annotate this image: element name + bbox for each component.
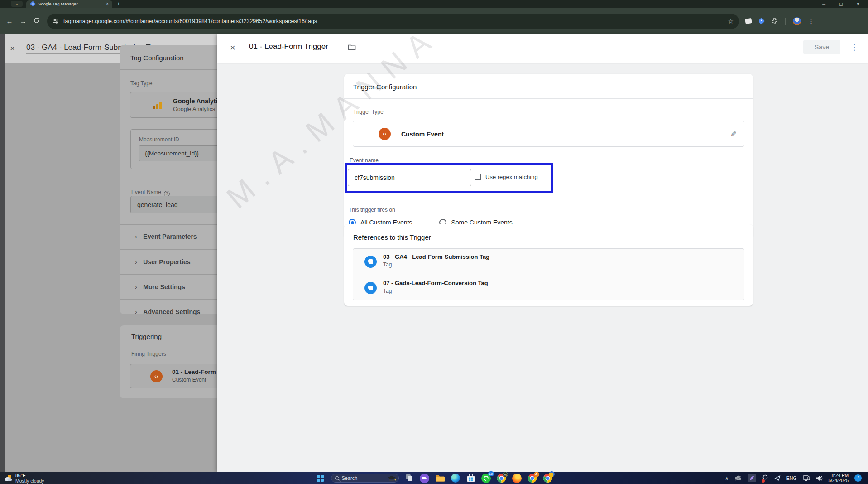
windows-taskbar: 86°F Mostly cloudy Search — [0, 472, 868, 484]
event-name-input[interactable] — [348, 169, 471, 186]
custom-event-icon: ‹› — [379, 128, 391, 140]
whatsapp-icon[interactable]: 19 — [481, 473, 491, 483]
divider — [120, 299, 217, 300]
event-name-field: generate_lead — [130, 196, 217, 213]
trigger-type-box[interactable]: ‹› Custom Event ✎ — [353, 121, 744, 147]
chrome-profile-3-icon[interactable] — [543, 473, 553, 483]
clock-time: 8:24 PM — [829, 473, 849, 479]
sync-status-icon[interactable] — [762, 474, 768, 482]
firing-trigger-name: 01 - Lead-Form Trigger — [172, 368, 217, 375]
save-button[interactable]: Save — [803, 40, 840, 54]
trigger-editor-title[interactable]: 01 - Lead-Form Trigger — [249, 42, 328, 53]
start-button[interactable] — [316, 473, 326, 483]
taskbar-clock[interactable]: 8:24 PM 5/24/2025 — [829, 473, 849, 484]
feather-app-icon[interactable] — [748, 474, 756, 482]
gtm-page: × 03 - GA4 - Lead-Form-Submission Tag Ta… — [0, 34, 868, 472]
reference-row[interactable]: 03 - GA4 - Lead-Form-Submission Tag Tag — [353, 249, 744, 275]
notification-badge[interactable]: 7 — [854, 474, 862, 482]
network-display-icon[interactable] — [803, 475, 810, 481]
tag-type-box: Google Analytics: GA4 Event Google Analy… — [130, 92, 217, 118]
tag-editor-panel-dimmed: × 03 - GA4 - Lead-Form-Submission Tag Ta… — [5, 34, 217, 472]
new-tab-button[interactable]: + — [117, 0, 120, 7]
reference-type: Tag — [383, 288, 392, 294]
custom-event-icon: ‹› — [150, 370, 163, 382]
toolbar-divider — [785, 18, 786, 25]
firefox-icon[interactable] — [512, 473, 522, 483]
event-name-label: Event Name? — [131, 188, 170, 197]
tray-chevron-up-icon[interactable]: ∧ — [725, 476, 728, 481]
tag-type-vendor: Google Analytics — [173, 106, 215, 112]
trigger-editor-header: × 01 - Lead-Form Trigger Save ⋮ — [217, 34, 868, 63]
windows-logo-icon — [317, 475, 324, 482]
firing-trigger-row: ‹› 01 - Lead-Form Trigger Custom Event — [130, 364, 217, 388]
trigger-editor-close-icon[interactable]: × — [230, 43, 235, 53]
tab-search-button[interactable]: ⌄ — [11, 1, 23, 7]
microsoft-edge-icon[interactable] — [451, 473, 460, 483]
reference-row[interactable]: 07 - Gads-Lead-Form-Conversion Tag Tag — [353, 275, 744, 300]
tag-icon — [364, 282, 377, 294]
weather-widget[interactable]: 86°F Mostly cloudy — [4, 473, 44, 484]
file-explorer-icon[interactable] — [435, 473, 445, 483]
use-regex-checkbox[interactable] — [475, 174, 481, 180]
tag-type-name: Google Analytics: GA4 Event — [173, 97, 217, 105]
browser-tab-strip: ⌄ Google Tag Manager × + — ▢ ✕ — [0, 0, 868, 8]
window-maximize-button[interactable]: ▢ — [839, 2, 843, 6]
fires-on-label: This trigger fires on — [349, 207, 395, 213]
url-text: tagmanager.google.com/#/container/accoun… — [63, 18, 724, 24]
reload-button[interactable] — [30, 17, 43, 25]
volume-icon[interactable] — [816, 475, 823, 481]
onedrive-paused-icon[interactable] — [734, 475, 742, 481]
reference-type: Tag — [383, 261, 392, 268]
task-view-button[interactable] — [404, 473, 414, 483]
tag-assistant-icon[interactable] — [758, 18, 765, 25]
measurement-id-value: {{Measurement_Id}} — [145, 150, 199, 157]
address-bar[interactable]: tagmanager.google.com/#/container/accoun… — [47, 14, 739, 29]
profile-badge-a: A — [534, 472, 539, 477]
references-list: 03 - GA4 - Lead-Form-Submission Tag Tag … — [353, 248, 744, 300]
tag-icon — [364, 256, 377, 268]
tag-editor-close-icon: × — [10, 44, 15, 53]
trigger-configuration-heading: Trigger Configuration — [353, 83, 417, 91]
chrome-profile-a-icon[interactable]: A — [528, 473, 537, 483]
paper-plane-icon[interactable] — [774, 475, 781, 481]
extensions-puzzle-icon[interactable] — [771, 18, 778, 24]
folder-icon[interactable] — [348, 44, 356, 52]
weather-temp: 86°F — [15, 473, 44, 478]
site-settings-icon[interactable] — [53, 19, 59, 24]
clock-date: 5/24/2025 — [829, 478, 849, 484]
browser-tab[interactable]: Google Tag Manager × — [26, 0, 112, 8]
measurement-id-label: Measurement ID — [139, 136, 179, 143]
trigger-configuration-card: Trigger Configuration Trigger Type ‹› Cu… — [344, 74, 753, 239]
event-name-value: generate_lead — [137, 201, 178, 208]
chevron-right-icon: › — [135, 232, 137, 240]
language-indicator[interactable]: ENG — [786, 475, 797, 481]
section-row-more-settings: › More Settings — [135, 283, 185, 291]
bookmark-star-icon[interactable]: ☆ — [728, 18, 734, 25]
trigger-type-name: Custom Event — [401, 131, 444, 138]
edit-pencil-icon[interactable]: ✎ — [730, 130, 736, 138]
section-row-event-parameters: › Event Parameters — [135, 232, 197, 241]
tab-close-icon[interactable]: × — [105, 1, 110, 6]
back-button[interactable]: ← — [3, 17, 16, 25]
tag-configuration-heading: Tag Configuration — [130, 54, 184, 62]
taskbar-search[interactable]: Search — [331, 474, 399, 483]
firing-triggers-label: Firing Triggers — [131, 351, 166, 357]
extension-icon[interactable] — [745, 18, 752, 24]
chevron-right-icon: › — [135, 283, 137, 290]
measurement-id-box: Measurement ID {{Measurement_Id}} — [130, 129, 217, 169]
meet-now-app-icon[interactable] — [420, 473, 430, 483]
triggering-heading: Triggering — [131, 333, 162, 340]
browser-menu-icon[interactable]: ⋮ — [808, 18, 814, 24]
window-minimize-button[interactable]: — — [822, 2, 825, 5]
chrome-profile-m-icon[interactable]: M — [497, 473, 507, 483]
profile-avatar[interactable] — [793, 17, 801, 25]
trigger-editor-menu-icon[interactable]: ⋮ — [850, 43, 858, 52]
microsoft-store-icon[interactable] — [466, 473, 476, 483]
browser-toolbar: ← → tagmanager.google.com/#/container/ac… — [0, 8, 868, 34]
weather-icon — [4, 474, 13, 482]
window-close-button[interactable]: ✕ — [856, 2, 860, 6]
chevron-right-icon: › — [135, 258, 137, 266]
trigger-type-label: Trigger Type — [353, 109, 384, 115]
firing-trigger-type: Custom Event — [172, 377, 206, 383]
forward-button[interactable]: → — [16, 17, 30, 25]
